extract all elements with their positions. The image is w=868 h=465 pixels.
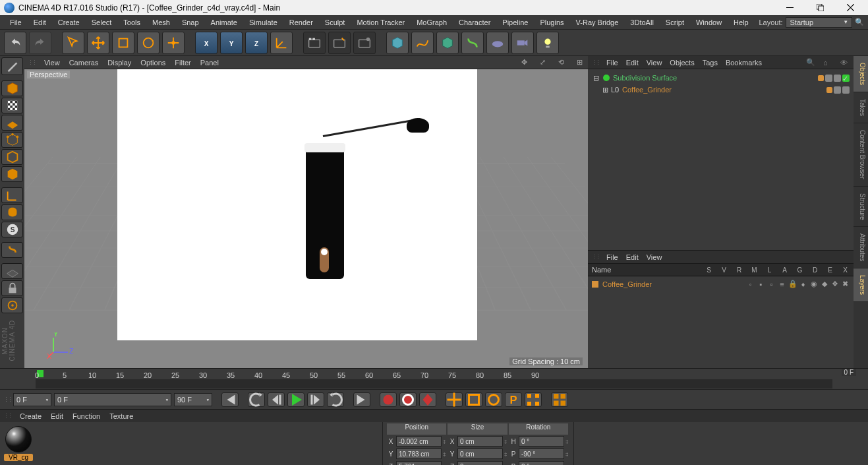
tab-content[interactable]: Content Browser [854,123,868,186]
key-scale[interactable] [465,392,482,407]
add-generator[interactable] [436,32,459,54]
col-r[interactable]: R [735,266,743,274]
manager-icon[interactable]: ≡ [778,280,786,288]
grip-icon[interactable] [4,413,11,419]
key-param[interactable]: P [505,392,522,407]
vp-toggle-icon[interactable]: ⊞ [575,58,584,67]
xref-icon[interactable]: ✖ [841,280,850,288]
menu-mesh[interactable]: Mesh [146,17,176,28]
minimize-button[interactable] [774,0,805,15]
search-icon[interactable]: 🔍 [806,58,815,67]
key-pos[interactable] [446,392,463,407]
obj-menu-objects[interactable]: Objects [670,59,694,67]
menu-window[interactable]: Window [690,17,728,28]
lock-icon[interactable]: 🔒 [788,280,797,288]
layer-color-swatch[interactable] [592,281,598,288]
rot-p[interactable]: -90 ° [519,449,564,459]
workplane-mode[interactable] [1,115,23,131]
next-key[interactable] [327,392,344,407]
vp-menu-options[interactable]: Options [140,59,165,67]
misc-tool[interactable] [1,297,23,313]
snap-toggle[interactable]: S [1,222,23,237]
menu-render[interactable]: Render [283,17,319,28]
pos-x[interactable]: -0.002 cm [396,436,442,447]
locked-workplane[interactable] [1,242,23,258]
tab-takes[interactable]: Takes [854,92,868,123]
layer-swatch[interactable] [818,75,824,81]
point-mode[interactable] [1,132,23,148]
obj-menu-tags[interactable]: Tags [703,59,718,67]
col-d[interactable]: D [811,266,819,274]
col-v[interactable]: V [720,266,728,274]
menu-motiontracker[interactable]: Motion Tracker [351,17,411,28]
lock-icon[interactable] [1,280,23,296]
scale-tool[interactable] [112,32,134,54]
poly-mode[interactable] [1,166,23,182]
layer-name[interactable]: Coffee_Grinder [602,280,652,288]
material-name[interactable]: VR_cg [4,454,33,461]
undo-button[interactable] [4,32,26,54]
obj-menu-bookmarks[interactable]: Bookmarks [726,59,762,67]
col-g[interactable]: G [796,266,804,274]
mat-menu-edit[interactable]: Edit [51,412,63,420]
menu-sculpt[interactable]: Sculpt [319,17,351,28]
menu-3dtoall[interactable]: 3DtoAll [624,17,659,28]
view-icon[interactable]: ▪ [757,280,765,288]
mat-menu-texture[interactable]: Texture [109,412,133,420]
add-environment[interactable] [486,32,509,54]
home-icon[interactable]: ⌂ [823,59,832,67]
key-pla[interactable] [525,392,542,407]
size-x[interactable]: 0 cm [457,436,503,447]
col-e[interactable]: E [826,266,834,274]
menu-animate[interactable]: Animate [205,17,243,28]
menu-edit[interactable]: Edit [28,17,52,28]
key-rot[interactable] [485,392,502,407]
vis-editor-dot[interactable] [834,86,841,94]
render-pv[interactable] [328,32,351,54]
solo-icon[interactable]: ◦ [746,280,755,288]
menu-help[interactable]: Help [728,17,755,28]
eye-icon[interactable]: 👁 [840,59,850,67]
col-x[interactable]: X [841,266,850,274]
obj-menu-view[interactable]: View [647,59,662,67]
menu-create[interactable]: Create [52,17,86,28]
enable-check[interactable]: ✓ [842,75,850,82]
vis-render-dot[interactable] [834,75,841,82]
menu-plugins[interactable]: Plugins [534,17,569,28]
menu-character[interactable]: Character [453,17,496,28]
autokey[interactable] [399,392,417,407]
viewport-solo[interactable] [1,204,23,220]
size-z[interactable]: 0 cm [457,461,503,465]
z-axis-lock[interactable]: Z [245,32,268,54]
move-tool[interactable] [87,32,109,54]
render-view[interactable] [303,32,326,54]
add-light[interactable] [536,32,559,54]
y-axis-lock[interactable]: Y [220,32,243,54]
render-icon[interactable]: ▫ [767,280,776,288]
col-s[interactable]: S [705,266,713,274]
start-frame-field[interactable]: 0 F [13,393,51,406]
goto-end[interactable] [353,392,370,407]
prev-key[interactable] [248,392,265,407]
tree-row-subdiv[interactable]: ⊟ Subdivision Surface ✓ [592,72,850,84]
menu-vray[interactable]: V-Ray Bridge [570,17,625,28]
vis-editor-dot[interactable] [825,75,832,82]
tree-row-grinder[interactable]: ⊞ L0 Coffee_Grinder [592,84,850,96]
vp-rotate-icon[interactable]: ⟲ [556,58,565,67]
layer-list[interactable]: Coffee_Grinder ◦ ▪ ▫ ≡ 🔒 ♦ ◉ ◆ ❖ [588,276,854,368]
col-l[interactable]: L [765,266,774,274]
menu-script[interactable]: Script [660,17,690,28]
live-select-tool[interactable] [62,32,84,54]
edge-mode[interactable] [1,149,23,165]
record-key[interactable] [380,392,397,407]
add-primitive[interactable] [386,32,409,54]
pos-y[interactable]: 10.783 cm [396,449,442,459]
expr-icon[interactable]: ❖ [830,280,839,288]
grip-icon[interactable] [4,396,11,403]
menu-mograph[interactable]: MoGraph [411,17,453,28]
grip-icon[interactable] [592,59,598,66]
x-axis-lock[interactable]: X [195,32,217,54]
axis-tool[interactable] [1,187,23,203]
vp-pan-icon[interactable]: ✥ [519,58,529,67]
object-tree[interactable]: ⊟ Subdivision Surface ✓ ⊞ L0 Cof [588,69,854,251]
